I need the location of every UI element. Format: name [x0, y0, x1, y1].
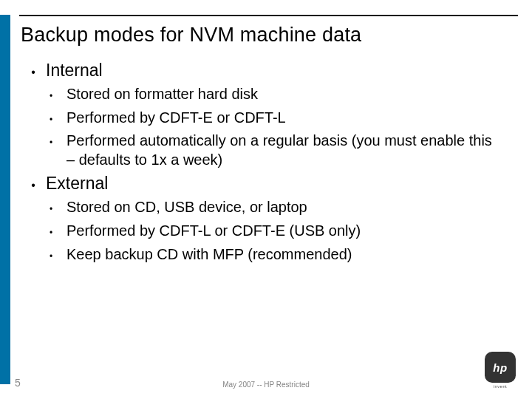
bullet-icon: •	[35, 91, 66, 101]
list-item: • Keep backup CD with MFP (recommended)	[35, 245, 508, 265]
section-heading-text: Internal	[46, 61, 103, 81]
list-item: • Performed by CDFT-E or CDFT-L	[35, 109, 508, 128]
slide-body: • Internal • Stored on formatter hard di…	[21, 58, 508, 268]
list-item-text: Performed by CDFT-L or CDFT-E (USB only)	[66, 222, 361, 241]
list-item-text: Keep backup CD with MFP (recommended)	[66, 245, 352, 265]
bullet-icon: •	[35, 115, 66, 125]
hp-logo-tagline: invent	[485, 384, 516, 389]
accent-bar	[0, 15, 10, 384]
list-item-text: Stored on formatter hard disk	[66, 85, 258, 104]
bullet-icon: •	[35, 251, 66, 262]
section-heading-text: External	[46, 174, 108, 194]
hp-logo: hp invent	[485, 352, 516, 389]
bullet-icon: •	[21, 66, 46, 79]
slide-title: Backup modes for NVM machine data	[21, 24, 361, 47]
list-item: • Performed automatically on a regular b…	[35, 132, 508, 169]
bullet-icon: •	[35, 137, 66, 148]
list-item-text: Stored on CD, USB device, or laptop	[66, 198, 307, 217]
footer-text: May 2007 -- HP Restricted	[0, 381, 532, 389]
title-rule	[19, 15, 518, 16]
section-heading: • Internal	[21, 61, 508, 81]
bullet-icon: •	[35, 204, 66, 214]
bullet-icon: •	[35, 228, 66, 238]
list-item: • Stored on formatter hard disk	[35, 85, 508, 104]
list-item: • Stored on CD, USB device, or laptop	[35, 198, 508, 217]
slide: Backup modes for NVM machine data • Inte…	[0, 0, 532, 399]
list-item: • Performed by CDFT-L or CDFT-E (USB onl…	[35, 222, 508, 241]
hp-logo-text: hp	[493, 361, 507, 374]
hp-logo-box: hp	[485, 352, 516, 383]
bullet-icon: •	[21, 179, 46, 192]
list-item-text: Performed automatically on a regular bas…	[66, 132, 502, 169]
list-item-text: Performed by CDFT-E or CDFT-L	[66, 109, 286, 128]
section-heading: • External	[21, 174, 508, 194]
